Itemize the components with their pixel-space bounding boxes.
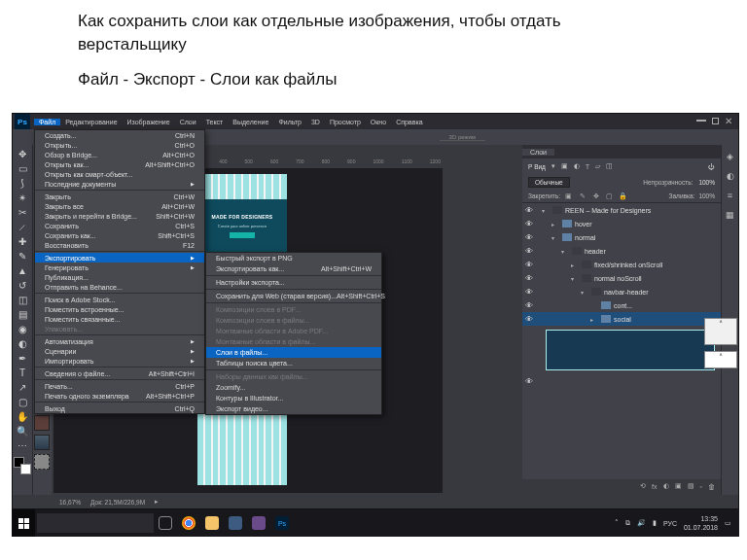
lock-artboard-icon[interactable]: ▢ [605, 192, 615, 201]
disclosure-icon[interactable]: ▸ [590, 316, 598, 323]
file-menu-item[interactable]: Открыть как...Alt+Shift+Ctrl+O [35, 159, 204, 169]
menu-текст[interactable]: Текст [201, 119, 229, 125]
menu-изображение[interactable]: Изображение [123, 119, 175, 125]
kind-filter[interactable]: Р Вид [528, 163, 546, 170]
disclosure-icon[interactable]: ▾ [551, 234, 559, 241]
menu-фильтр[interactable]: Фильтр [273, 119, 306, 125]
disclosure-icon[interactable]: ▾ [581, 289, 588, 296]
fill-value[interactable]: 100% [698, 192, 715, 199]
menu-просмотр[interactable]: Просмотр [325, 119, 366, 125]
tool-zoom[interactable]: 🔍 [14, 424, 31, 438]
layer-row[interactable]: 👁▸ fixed/shrinked onScroll [522, 258, 721, 271]
file-menu-item[interactable]: Сведения о файле...Alt+Shift+Ctrl+I [35, 368, 204, 378]
menu-слои[interactable]: Слои [175, 119, 201, 125]
lock-icon[interactable]: 🔒 [619, 192, 628, 201]
layer-row[interactable]: 👁▾ normal noScroll [522, 271, 721, 285]
file-menu-item[interactable]: Обзор в Bridge...Alt+Ctrl+O [35, 150, 204, 159]
trash-icon[interactable]: 🗑 [708, 483, 715, 490]
file-menu-item[interactable]: Автоматизация [35, 336, 204, 346]
file-menu-item[interactable]: Сценарии [35, 346, 204, 356]
menu-файл[interactable]: Файл [34, 119, 60, 125]
volume-icon[interactable]: 🔊 [637, 519, 646, 527]
panel-thumb-3[interactable] [34, 454, 50, 470]
visibility-icon[interactable]: 👁 [522, 315, 536, 324]
tool-dodge[interactable]: ◐ [14, 336, 31, 350]
tool-marquee[interactable]: ▭ [14, 161, 31, 175]
file-menu-item[interactable]: Печать...Ctrl+P [35, 381, 204, 391]
file-menu-item[interactable]: Экспортировать [35, 253, 204, 262]
taskbar-search[interactable] [37, 513, 154, 533]
visibility-icon[interactable]: 👁 [522, 261, 536, 269]
menu-редактирование[interactable]: Редактирование [60, 119, 122, 125]
options-field[interactable]: 3D режим [440, 134, 485, 141]
disclosure-icon[interactable]: ▸ [571, 262, 579, 268]
tool-crop[interactable]: ✂ [14, 205, 31, 219]
tool-path[interactable]: ↗ [14, 380, 31, 394]
file-menu-item[interactable]: Импортировать [35, 356, 204, 366]
layer-row[interactable]: 👁▾ header [522, 244, 721, 258]
disclosure-icon[interactable]: ▾ [542, 207, 550, 214]
filter-text-icon[interactable]: T [586, 163, 589, 170]
file-menu-item[interactable]: Поместить связанные... [35, 314, 204, 324]
visibility-icon[interactable]: 👁 [522, 220, 536, 228]
layers-rail-icon[interactable]: ◈ [725, 151, 736, 162]
export-menu-item[interactable]: Экспортировать как...Alt+Shift+Ctrl+W [206, 263, 381, 274]
export-menu-item[interactable]: Настройки экспорта... [206, 277, 381, 288]
explorer-icon[interactable] [200, 509, 224, 537]
tool-wand[interactable]: ✴ [14, 191, 31, 204]
file-menu-item[interactable]: Публикация... [35, 272, 204, 282]
tool-stamp[interactable]: ▲ [14, 263, 31, 277]
lock-pixels-icon[interactable]: ✎ [578, 192, 587, 201]
swatch-rail-icon[interactable]: ▦ [725, 209, 736, 221]
file-menu-item[interactable]: ВыходCtrl+Q [35, 403, 204, 413]
layer-row[interactable]: 👁▸ hover [522, 217, 721, 230]
tool-heal[interactable]: ✚ [14, 234, 31, 248]
tool-eyedropper[interactable]: ⟋ [14, 220, 31, 233]
file-menu-item[interactable]: Печать одного экземпляраAlt+Shift+Ctrl+P [35, 391, 204, 401]
close-button[interactable]: ✕ [725, 116, 732, 126]
export-menu-item[interactable]: Быстрый экспорт в PNG [206, 253, 381, 263]
disclosure-icon[interactable]: ▾ [571, 275, 579, 282]
clock[interactable]: 13:35 01.07.2018 [684, 514, 718, 532]
app-icon-2[interactable] [247, 509, 270, 537]
menu-окно[interactable]: Окно [366, 119, 391, 125]
file-menu-item[interactable]: Закрыть и перейти в Bridge...Shift+Ctrl+… [35, 211, 204, 221]
chrome-icon[interactable] [177, 509, 200, 537]
tool-blur[interactable]: ◉ [14, 322, 31, 335]
file-menu-item[interactable]: ЗакрытьCtrl+W [35, 192, 204, 201]
file-menu-item[interactable]: Открыть...Ctrl+O [35, 140, 204, 150]
tool-pen[interactable]: ✒ [14, 351, 31, 365]
disclosure-icon[interactable]: ▸ [551, 221, 559, 228]
battery-icon[interactable]: ▮ [653, 519, 657, 527]
tool-more[interactable]: ⋯ [14, 438, 31, 452]
network-icon[interactable]: ⧉ [625, 519, 630, 527]
visibility-icon[interactable]: 👁 [522, 377, 536, 386]
tool-shape[interactable]: ▢ [14, 395, 31, 408]
selected-layer-thumb[interactable] [546, 330, 715, 370]
layer-row[interactable]: 👁▸ social [522, 312, 721, 326]
filter-shape-icon[interactable]: ▱ [595, 162, 600, 170]
fg-bg-colors[interactable] [14, 457, 31, 474]
visibility-icon[interactable]: 👁 [522, 288, 536, 297]
file-menu-item[interactable]: ВосстановитьF12 [35, 240, 204, 250]
file-menu-item[interactable]: Сохранить как...Shift+Ctrl+S [35, 230, 204, 240]
history-rail-icon[interactable]: ≡ [725, 190, 736, 201]
file-menu-item[interactable]: Поместить встроенные... [35, 304, 204, 314]
adjustment-icon[interactable]: ▣ [675, 482, 682, 490]
lock-position-icon[interactable]: ✥ [591, 192, 601, 201]
photoshop-task-icon[interactable]: Ps [270, 509, 294, 537]
menu-справка[interactable]: Справка [391, 119, 427, 125]
notifications-icon[interactable]: ▭ [725, 519, 731, 527]
tool-history[interactable]: ↺ [14, 278, 31, 292]
file-menu-item[interactable]: СохранитьCtrl+S [35, 221, 204, 230]
file-menu-item[interactable]: Открыть как смарт-объект... [35, 169, 204, 179]
adjust-rail-icon[interactable]: ◐ [725, 170, 736, 182]
start-button[interactable] [12, 509, 35, 537]
maximize-button[interactable] [712, 118, 719, 124]
opacity-value[interactable]: 100% [698, 179, 715, 186]
task-view-icon[interactable] [154, 509, 177, 537]
layer-row[interactable]: 👁▾ navbar-header [522, 285, 721, 298]
filter-icon[interactable]: ▾ [551, 162, 555, 170]
export-menu-item[interactable]: Слои в файлы... [206, 347, 381, 358]
tray-up-icon[interactable]: ˄ [615, 519, 619, 527]
